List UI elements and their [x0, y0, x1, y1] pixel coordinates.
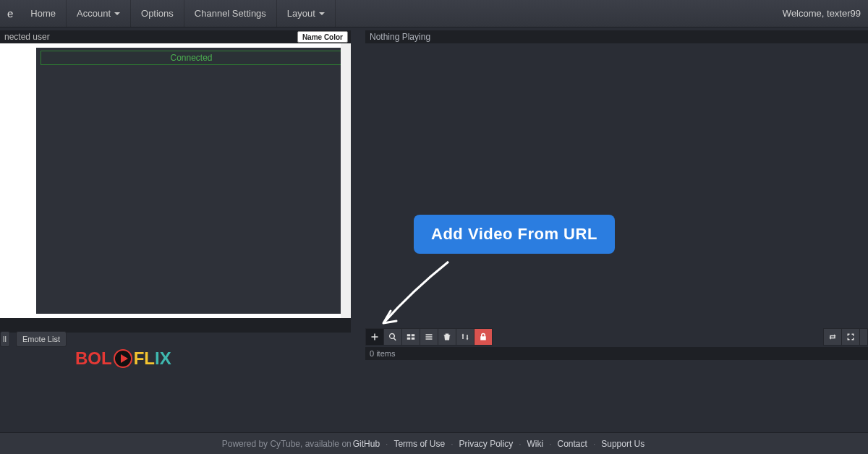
chat-input[interactable]: [0, 318, 351, 333]
annotation-callout: Add Video From URL: [414, 215, 615, 254]
sort-icon: [461, 333, 469, 341]
nav-home-label: Home: [30, 8, 56, 19]
search-button[interactable]: [383, 328, 402, 346]
svg-rect-1: [412, 334, 415, 336]
footer-prefix: Powered by CyTube, available on: [222, 439, 352, 449]
clear-playlist-button[interactable]: [438, 328, 456, 346]
trash-icon: [443, 333, 451, 341]
fullscreen-button[interactable]: [841, 328, 860, 346]
nav-channel-settings-label: Channel Settings: [195, 8, 266, 19]
scrollbar-vertical[interactable]: [341, 43, 351, 318]
welcome-text[interactable]: Welcome, texter99: [775, 0, 868, 27]
boldflix-logo: BOL FL IX: [75, 348, 171, 369]
nav-layout[interactable]: Layout: [277, 0, 336, 27]
svg-rect-3: [412, 338, 415, 340]
footer: Powered by CyTube, available on GitHub ·…: [0, 432, 868, 454]
svg-rect-5: [426, 336, 433, 338]
caret-icon: [319, 12, 325, 15]
svg-rect-4: [426, 334, 433, 335]
svg-rect-6: [426, 338, 433, 340]
navbar: e Home Account Options Channel Settings …: [0, 0, 868, 27]
playlist-toolbar-right: [823, 328, 868, 346]
lock-playlist-button[interactable]: [474, 328, 493, 346]
caret-icon: [114, 12, 120, 15]
chat-header: nected user Name Color: [0, 30, 351, 43]
nav-channel-settings[interactable]: Channel Settings: [184, 0, 277, 27]
plus-icon: [370, 333, 379, 341]
list-view-button[interactable]: [420, 328, 438, 346]
connected-banner: Connected: [41, 51, 342, 65]
nav-account[interactable]: Account: [67, 0, 131, 27]
logo-part-ix: IX: [155, 348, 171, 369]
footer-link-terms[interactable]: Terms of Use: [393, 439, 445, 449]
connected-users-label: nected user: [4, 32, 50, 42]
loop-icon: [828, 333, 837, 341]
list-icon: [425, 333, 433, 341]
logo-part-bol: BOL: [75, 348, 112, 369]
footer-link-privacy[interactable]: Privacy Policy: [459, 439, 513, 449]
lock-icon: [479, 333, 488, 341]
nav-layout-label: Layout: [287, 8, 315, 19]
poll-button[interactable]: ll: [0, 331, 10, 347]
loop-button[interactable]: [823, 328, 842, 346]
nav-options-label: Options: [141, 8, 174, 19]
now-playing-title: Nothing Playing: [365, 30, 868, 43]
logo-play-icon: [113, 348, 133, 369]
svg-rect-0: [407, 334, 411, 336]
emote-list-button[interactable]: Emote List: [16, 331, 67, 347]
nav-home[interactable]: Home: [20, 0, 67, 27]
svg-rect-2: [407, 338, 411, 340]
chat-messages[interactable]: Connected: [36, 48, 346, 314]
shuffle-button[interactable]: [456, 328, 475, 346]
chat-message-area: Connected: [32, 43, 351, 318]
footer-link-contact[interactable]: Contact: [558, 439, 587, 449]
add-video-button[interactable]: [365, 328, 384, 346]
video-player-area[interactable]: [365, 43, 868, 318]
extra-button[interactable]: [859, 328, 868, 346]
grid-icon: [407, 333, 415, 341]
search-icon: [388, 333, 397, 341]
nav-account-label: Account: [77, 8, 111, 19]
chat-userlist[interactable]: [0, 43, 32, 318]
nav-options[interactable]: Options: [131, 0, 184, 27]
playlist-toolbar: [365, 328, 493, 346]
footer-link-github[interactable]: GitHub: [353, 439, 380, 449]
footer-link-support[interactable]: Support Us: [601, 439, 644, 449]
fullscreen-icon: [846, 333, 855, 341]
manage-playlist-button[interactable]: [401, 328, 420, 346]
logo-part-fl: FL: [134, 348, 155, 369]
footer-link-wiki[interactable]: Wiki: [527, 439, 544, 449]
brand[interactable]: e: [0, 0, 20, 27]
chat-panel: Connected: [0, 43, 351, 318]
playlist-count: 0 items: [365, 347, 868, 360]
name-color-button[interactable]: Name Color: [297, 31, 348, 43]
